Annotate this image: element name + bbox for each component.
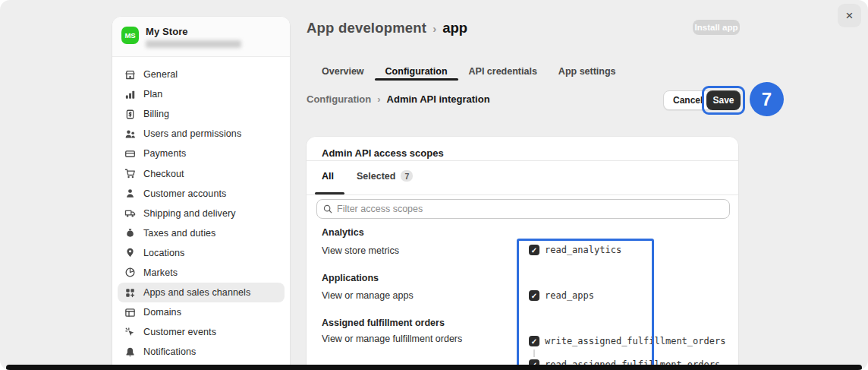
sidebar-item-notifications[interactable]: Notifications	[118, 342, 285, 362]
check-icon: ✓	[531, 337, 537, 346]
domains-browser-icon	[124, 307, 136, 318]
selected-count-badge: 7	[401, 170, 413, 182]
sidebar-item-taxes-and-duties[interactable]: Taxes and duties	[118, 223, 285, 243]
bell-icon	[124, 346, 136, 358]
chevron-right-icon: ›	[377, 93, 380, 105]
check-icon: ✓	[531, 246, 537, 255]
tab-app-settings[interactable]: App settings	[548, 64, 627, 80]
annotation-box-save: Save	[702, 86, 745, 115]
tab-api-credentials[interactable]: API credentials	[458, 64, 548, 80]
settings-sidebar: MS My Store General Plan Billing Users	[112, 17, 290, 370]
scope-group-description: View or manage apps	[322, 290, 414, 301]
store-name: My Store	[146, 26, 241, 37]
sidebar-item-locations[interactable]: Locations	[118, 243, 285, 263]
sidebar-item-checkout[interactable]: Checkout	[118, 163, 285, 183]
scope-row: ✓ write_assigned_fulfillment_orders	[529, 336, 725, 346]
breadcrumb-admin-api-integration: Admin API integration	[387, 93, 490, 105]
sidebar-item-general[interactable]: General	[118, 65, 285, 84]
tab-overview[interactable]: Overview	[311, 64, 375, 80]
scope-label[interactable]: read_analytics	[545, 245, 621, 255]
title-breadcrumb-current: app	[442, 20, 467, 36]
scopes-tab-all[interactable]: All	[322, 171, 334, 182]
divider	[307, 194, 738, 195]
payments-card-icon	[124, 148, 136, 160]
scope-row: ✓ read_apps	[529, 290, 594, 301]
scope-group-name: Analytics	[322, 227, 364, 238]
sidebar-item-payments[interactable]: Payments	[118, 144, 285, 163]
bottom-edge-bar	[6, 365, 862, 370]
page-title: App development › app	[307, 20, 467, 36]
location-pin-icon	[124, 247, 136, 258]
money-bag-icon	[124, 227, 136, 239]
scope-group-name: Assigned fulfillment orders	[322, 318, 445, 328]
close-button[interactable]: ×	[838, 4, 861, 27]
card-title: Admin API access scopes	[322, 147, 444, 159]
sidebar-item-billing[interactable]: Billing	[118, 104, 285, 124]
store-icon	[124, 69, 136, 81]
settings-nav: General Plan Billing Users and permissio…	[112, 57, 290, 370]
chevron-right-icon: ›	[432, 22, 436, 35]
store-url-blurred	[146, 40, 241, 48]
app-tabs: Overview Configuration API credentials A…	[311, 64, 627, 80]
markets-globe-icon	[124, 267, 136, 278]
store-avatar: MS	[121, 27, 139, 44]
filter-field	[316, 199, 730, 219]
search-icon	[323, 204, 332, 213]
scopes-tab-selected[interactable]: Selected 7	[357, 170, 413, 182]
sidebar-item-shipping-and-delivery[interactable]: Shipping and delivery	[118, 204, 285, 223]
checkbox-connector-line	[533, 349, 535, 357]
sidebar-item-apps-and-sales-channels[interactable]: Apps and sales channels	[118, 283, 285, 302]
scope-label[interactable]: write_assigned_fulfillment_orders	[545, 336, 725, 346]
plan-icon	[124, 89, 136, 100]
save-button[interactable]: Save	[706, 90, 741, 110]
scope-group-description: View store metrics	[322, 245, 399, 256]
scope-group-description: View or manage fulfillment orders	[322, 334, 462, 344]
close-icon: ×	[846, 8, 854, 23]
scope-label[interactable]: read_apps	[545, 290, 594, 301]
billing-icon	[124, 109, 136, 120]
checkout-cart-icon	[124, 168, 136, 179]
scope-row: ✓ read_analytics	[529, 245, 621, 255]
truck-icon	[124, 207, 136, 219]
admin-api-access-scopes-card: Admin API access scopes All Selected 7 A…	[307, 137, 738, 370]
breadcrumb: Configuration › Admin API integration	[307, 93, 490, 105]
checkbox-read-apps[interactable]: ✓	[529, 290, 539, 301]
apps-grid-icon	[124, 287, 136, 299]
sidebar-item-plan[interactable]: Plan	[118, 84, 285, 104]
install-app-button[interactable]: Install app	[693, 20, 740, 35]
store-header: MS My Store	[112, 17, 290, 57]
shopify-settings-modal: × MS My Store General Plan Billing	[0, 0, 868, 370]
title-breadcrumb-parent[interactable]: App development	[307, 20, 426, 36]
person-icon	[124, 188, 136, 199]
sidebar-item-customer-events[interactable]: Customer events	[118, 322, 285, 342]
checkbox-read-analytics[interactable]: ✓	[529, 245, 539, 255]
filter-access-scopes-input[interactable]	[337, 204, 723, 214]
users-icon	[124, 128, 136, 140]
sidebar-item-users-and-permissions[interactable]: Users and permissions	[118, 124, 285, 144]
scope-group-name: Applications	[322, 273, 379, 283]
sidebar-item-markets[interactable]: Markets	[118, 263, 285, 283]
sidebar-item-customer-accounts[interactable]: Customer accounts	[118, 184, 285, 204]
breadcrumb-configuration[interactable]: Configuration	[307, 93, 371, 105]
cursor-click-icon	[124, 327, 136, 338]
annotation-step-badge: 7	[750, 82, 784, 116]
tab-configuration[interactable]: Configuration	[375, 64, 458, 80]
check-icon: ✓	[531, 292, 537, 300]
checkbox-write-assigned-fulfillment-orders[interactable]: ✓	[529, 336, 539, 346]
sidebar-item-domains[interactable]: Domains	[118, 302, 285, 322]
divider	[307, 160, 738, 161]
